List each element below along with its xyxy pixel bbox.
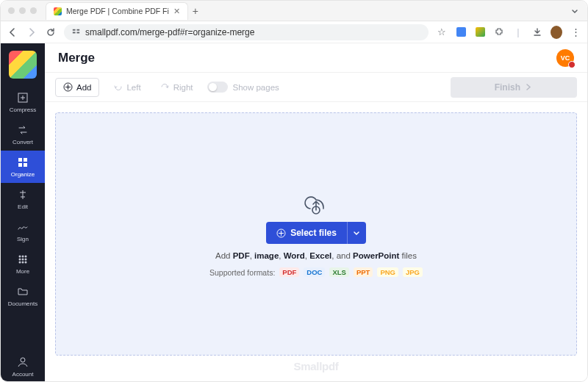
tab-favicon — [54, 7, 62, 15]
svg-point-14 — [25, 259, 27, 261]
page-title: Merge — [58, 51, 95, 65]
toggle-switch[interactable] — [207, 82, 228, 93]
svg-rect-1 — [76, 29, 79, 31]
organize-icon — [16, 156, 29, 169]
rotate-left-button: Left — [108, 78, 146, 97]
sidebar-item-documents[interactable]: Documents — [1, 280, 45, 312]
minimize-dot[interactable] — [19, 7, 26, 14]
sidebar-item-label: More — [16, 268, 29, 275]
svg-rect-3 — [76, 32, 79, 34]
svg-point-10 — [22, 256, 24, 258]
finish-label: Finish — [495, 82, 520, 93]
sidebar-item-label: Edit — [18, 203, 28, 210]
sidebar-item-sign[interactable]: Sign — [1, 215, 45, 248]
finish-button: Finish — [451, 77, 577, 98]
compress-icon — [16, 91, 29, 104]
sidebar-item-label: Organize — [11, 171, 35, 178]
rotate-right-button: Right — [155, 78, 198, 97]
sidebar-item-label: Documents — [8, 300, 37, 307]
select-files-group: Select files — [266, 222, 366, 244]
sidebar-item-compress[interactable]: Compress — [1, 86, 45, 118]
svg-rect-2 — [73, 32, 76, 34]
svg-point-17 — [25, 262, 27, 264]
format-badge-xls: XLS — [329, 267, 348, 277]
sidebar-item-account[interactable]: Account — [1, 350, 45, 382]
sidebar-item-organize[interactable]: Organize — [1, 151, 45, 183]
toolbar: Add Left Right Show pages Finish — [45, 73, 587, 102]
sidebar-item-more[interactable]: More — [1, 248, 45, 280]
svg-point-11 — [25, 256, 27, 258]
sidebar-item-label: Convert — [12, 139, 33, 145]
user-avatar[interactable]: VC — [556, 49, 574, 67]
svg-point-18 — [21, 358, 25, 362]
select-files-button[interactable]: Select files — [266, 222, 347, 244]
forward-button[interactable] — [26, 26, 37, 38]
svg-point-16 — [22, 262, 24, 264]
extension-2-icon[interactable] — [474, 26, 486, 38]
svg-point-13 — [22, 259, 24, 261]
traffic-lights — [1, 7, 44, 14]
sidebar-item-label: Compress — [10, 107, 36, 113]
format-badge-ppt: PPT — [354, 267, 373, 277]
supported-formats: Supported formats: PDF DOC XLS PPT PNG J… — [209, 267, 423, 277]
add-button[interactable]: Add — [55, 78, 99, 97]
format-badge-doc: DOC — [304, 267, 325, 277]
account-icon — [16, 356, 29, 369]
browser-tab[interactable]: Merge PDF | Combine PDF Fi ✕ — [46, 2, 188, 20]
svg-rect-7 — [18, 163, 22, 167]
download-icon[interactable] — [531, 26, 543, 38]
address-bar[interactable]: smallpdf.com/merge-pdf#r=organize-merge — [64, 24, 429, 40]
bookmark-icon[interactable]: ☆ — [436, 26, 448, 38]
svg-rect-6 — [24, 158, 27, 162]
select-files-dropdown[interactable] — [347, 222, 366, 244]
sidebar: Compress Convert Organize Edit Sign — [1, 43, 45, 382]
page-header: Merge VC — [45, 43, 587, 73]
svg-point-12 — [19, 259, 21, 261]
extension-1-icon[interactable] — [455, 26, 467, 38]
svg-rect-8 — [24, 163, 27, 167]
browser-actions: ☆ | ⋮ — [436, 26, 581, 38]
close-dot[interactable] — [8, 7, 15, 14]
svg-point-9 — [19, 256, 21, 258]
convert-icon — [16, 123, 29, 137]
show-pages-toggle: Show pages — [207, 82, 279, 93]
zoom-dot[interactable] — [30, 7, 37, 14]
show-pages-label: Show pages — [233, 83, 279, 92]
profile-avatar[interactable] — [551, 26, 562, 38]
right-label: Right — [173, 83, 193, 92]
site-settings-icon[interactable] — [71, 27, 81, 37]
url-text: smallpdf.com/merge-pdf#r=organize-merge — [85, 27, 254, 37]
window-titlebar: Merge PDF | Combine PDF Fi ✕ + — [1, 1, 587, 21]
sidebar-item-convert[interactable]: Convert — [1, 118, 45, 151]
tab-close-icon[interactable]: ✕ — [173, 7, 180, 16]
documents-icon — [16, 285, 29, 298]
tab-title: Merge PDF | Combine PDF Fi — [66, 7, 169, 15]
format-badge-png: PNG — [377, 267, 398, 277]
select-files-label: Select files — [290, 228, 337, 238]
sidebar-item-label: Account — [12, 371, 34, 378]
edit-icon — [16, 188, 29, 201]
more-icon — [16, 253, 29, 266]
app-logo[interactable] — [9, 51, 37, 79]
new-tab-button[interactable]: + — [188, 5, 203, 17]
dropzone[interactable]: Select files Add PDF, image, Word, Excel… — [55, 112, 577, 356]
svg-rect-0 — [73, 29, 76, 31]
upload-cloud-icon — [301, 191, 331, 215]
dropzone-hint: Add PDF, image, Word, Excel, and PowerPo… — [215, 251, 417, 260]
back-button[interactable] — [7, 26, 18, 38]
sign-icon — [16, 220, 29, 234]
svg-rect-5 — [18, 158, 22, 162]
reload-button[interactable] — [45, 26, 57, 38]
sidebar-item-edit[interactable]: Edit — [1, 183, 45, 215]
sidebar-item-label: Sign — [17, 236, 29, 242]
add-label: Add — [76, 83, 91, 92]
window-collapse-icon[interactable] — [570, 6, 580, 16]
divider: | — [512, 26, 524, 38]
watermark: Smallpdf — [55, 360, 577, 372]
svg-point-15 — [19, 262, 21, 264]
browser-toolbar: smallpdf.com/merge-pdf#r=organize-merge … — [1, 21, 587, 43]
format-badge-pdf: PDF — [279, 267, 299, 277]
menu-icon[interactable]: ⋮ — [570, 26, 581, 38]
left-label: Left — [126, 83, 140, 92]
extensions-icon[interactable] — [493, 26, 505, 38]
